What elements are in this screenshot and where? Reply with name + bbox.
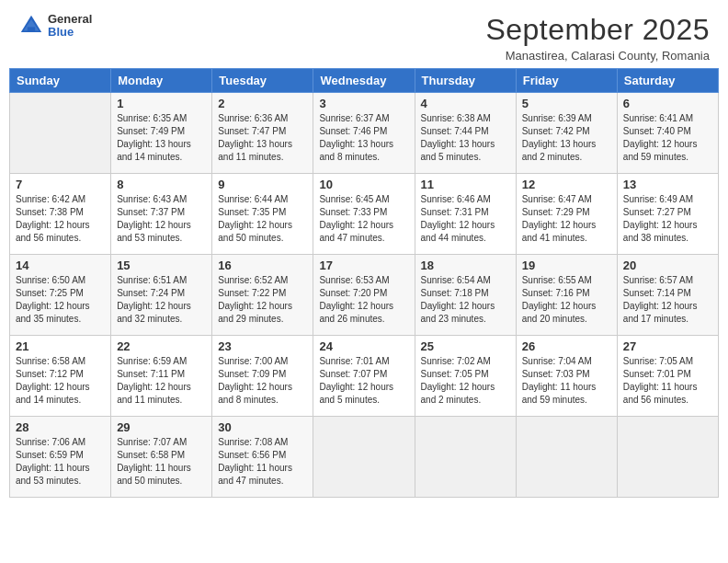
cell-info: Sunrise: 7:06 AM Sunset: 6:59 PM Dayligh… (16, 436, 105, 488)
cell-info: Sunrise: 7:04 AM Sunset: 7:03 PM Dayligh… (522, 355, 611, 407)
week-row-3: 14Sunrise: 6:50 AM Sunset: 7:25 PM Dayli… (10, 255, 719, 336)
month-title: September 2025 (485, 13, 710, 47)
calendar-header: SundayMondayTuesdayWednesdayThursdayFrid… (10, 69, 719, 93)
calendar-cell: 15Sunrise: 6:51 AM Sunset: 7:24 PM Dayli… (111, 255, 212, 336)
cell-info: Sunrise: 7:07 AM Sunset: 6:58 PM Dayligh… (117, 436, 206, 488)
cell-info: Sunrise: 6:49 AM Sunset: 7:27 PM Dayligh… (623, 193, 712, 245)
cell-info: Sunrise: 7:01 AM Sunset: 7:07 PM Dayligh… (319, 355, 408, 407)
header-day-monday: Monday (111, 69, 212, 93)
cell-info: Sunrise: 7:05 AM Sunset: 7:01 PM Dayligh… (623, 355, 712, 407)
cell-info: Sunrise: 6:55 AM Sunset: 7:16 PM Dayligh… (522, 274, 611, 326)
header-day-sunday: Sunday (10, 69, 111, 93)
cell-info: Sunrise: 6:47 AM Sunset: 7:29 PM Dayligh… (522, 193, 611, 245)
calendar-cell: 21Sunrise: 6:58 AM Sunset: 7:12 PM Dayli… (10, 336, 111, 417)
week-row-1: 1Sunrise: 6:35 AM Sunset: 7:49 PM Daylig… (10, 93, 719, 174)
week-row-4: 21Sunrise: 6:58 AM Sunset: 7:12 PM Dayli… (10, 336, 719, 417)
day-number: 23 (218, 339, 307, 353)
cell-info: Sunrise: 6:46 AM Sunset: 7:31 PM Dayligh… (421, 193, 510, 245)
calendar-cell: 4Sunrise: 6:38 AM Sunset: 7:44 PM Daylig… (415, 93, 516, 174)
cell-info: Sunrise: 7:00 AM Sunset: 7:09 PM Dayligh… (218, 355, 307, 407)
calendar-cell: 20Sunrise: 6:57 AM Sunset: 7:14 PM Dayli… (617, 255, 718, 336)
cell-info: Sunrise: 6:53 AM Sunset: 7:20 PM Dayligh… (319, 274, 408, 326)
calendar-cell: 26Sunrise: 7:04 AM Sunset: 7:03 PM Dayli… (516, 336, 617, 417)
day-number: 2 (218, 97, 307, 110)
cell-info: Sunrise: 6:41 AM Sunset: 7:40 PM Dayligh… (623, 112, 712, 164)
header-day-thursday: Thursday (415, 69, 516, 93)
day-number: 21 (16, 339, 105, 353)
day-number: 28 (16, 420, 105, 434)
day-number: 20 (623, 259, 712, 272)
cell-info: Sunrise: 6:57 AM Sunset: 7:14 PM Dayligh… (623, 274, 712, 326)
calendar-cell: 22Sunrise: 6:59 AM Sunset: 7:11 PM Dayli… (111, 336, 212, 417)
day-number: 12 (522, 178, 611, 191)
header-day-tuesday: Tuesday (212, 69, 313, 93)
day-number: 8 (117, 178, 206, 191)
cell-info: Sunrise: 6:42 AM Sunset: 7:38 PM Dayligh… (16, 193, 105, 245)
week-row-2: 7Sunrise: 6:42 AM Sunset: 7:38 PM Daylig… (10, 174, 719, 255)
cell-info: Sunrise: 7:02 AM Sunset: 7:05 PM Dayligh… (421, 355, 510, 407)
calendar-cell: 25Sunrise: 7:02 AM Sunset: 7:05 PM Dayli… (415, 336, 516, 417)
day-number: 6 (623, 97, 712, 110)
day-number: 30 (218, 420, 307, 434)
calendar-cell: 8Sunrise: 6:43 AM Sunset: 7:37 PM Daylig… (111, 174, 212, 255)
header-day-wednesday: Wednesday (313, 69, 415, 93)
calendar-cell: 5Sunrise: 6:39 AM Sunset: 7:42 PM Daylig… (516, 93, 617, 174)
title-block: September 2025 Manastirea, Calarasi Coun… (485, 13, 710, 63)
calendar-cell: 12Sunrise: 6:47 AM Sunset: 7:29 PM Dayli… (516, 174, 617, 255)
cell-info: Sunrise: 6:52 AM Sunset: 7:22 PM Dayligh… (218, 274, 307, 326)
logo-text: General Blue (48, 13, 92, 40)
calendar-cell: 13Sunrise: 6:49 AM Sunset: 7:27 PM Dayli… (617, 174, 718, 255)
day-number: 7 (16, 178, 105, 191)
cell-info: Sunrise: 6:50 AM Sunset: 7:25 PM Dayligh… (16, 274, 105, 326)
calendar-cell: 9Sunrise: 6:44 AM Sunset: 7:35 PM Daylig… (212, 174, 313, 255)
calendar-cell: 6Sunrise: 6:41 AM Sunset: 7:40 PM Daylig… (617, 93, 718, 174)
day-number: 15 (117, 259, 206, 272)
header-day-friday: Friday (516, 69, 617, 93)
calendar-cell: 16Sunrise: 6:52 AM Sunset: 7:22 PM Dayli… (212, 255, 313, 336)
calendar-cell (617, 417, 718, 498)
header: General Blue September 2025 Manastirea, … (0, 0, 728, 68)
calendar-body: 1Sunrise: 6:35 AM Sunset: 7:49 PM Daylig… (10, 93, 719, 498)
calendar-cell: 19Sunrise: 6:55 AM Sunset: 7:16 PM Dayli… (516, 255, 617, 336)
calendar-table: SundayMondayTuesdayWednesdayThursdayFrid… (9, 68, 719, 498)
day-number: 27 (623, 339, 712, 353)
calendar-cell: 3Sunrise: 6:37 AM Sunset: 7:46 PM Daylig… (313, 93, 415, 174)
day-number: 3 (319, 97, 408, 110)
cell-info: Sunrise: 6:54 AM Sunset: 7:18 PM Dayligh… (421, 274, 510, 326)
day-number: 25 (421, 339, 510, 353)
logo-blue-text: Blue (48, 26, 92, 39)
calendar-cell: 29Sunrise: 7:07 AM Sunset: 6:58 PM Dayli… (111, 417, 212, 498)
calendar-cell (516, 417, 617, 498)
calendar-cell: 2Sunrise: 6:36 AM Sunset: 7:47 PM Daylig… (212, 93, 313, 174)
logo-general-text: General (48, 13, 92, 26)
day-number: 17 (319, 259, 408, 272)
day-number: 24 (319, 339, 408, 353)
day-number: 16 (218, 259, 307, 272)
day-number: 11 (421, 178, 510, 191)
logo-icon (18, 13, 44, 39)
calendar-cell: 7Sunrise: 6:42 AM Sunset: 7:38 PM Daylig… (10, 174, 111, 255)
calendar-cell: 28Sunrise: 7:06 AM Sunset: 6:59 PM Dayli… (10, 417, 111, 498)
day-number: 4 (421, 97, 510, 110)
calendar-cell: 17Sunrise: 6:53 AM Sunset: 7:20 PM Dayli… (313, 255, 415, 336)
cell-info: Sunrise: 6:51 AM Sunset: 7:24 PM Dayligh… (117, 274, 206, 326)
header-day-saturday: Saturday (617, 69, 718, 93)
calendar-cell: 11Sunrise: 6:46 AM Sunset: 7:31 PM Dayli… (415, 174, 516, 255)
day-number: 1 (117, 97, 206, 110)
cell-info: Sunrise: 6:45 AM Sunset: 7:33 PM Dayligh… (319, 193, 408, 245)
logo: General Blue (18, 13, 92, 40)
cell-info: Sunrise: 6:44 AM Sunset: 7:35 PM Dayligh… (218, 193, 307, 245)
calendar-cell: 24Sunrise: 7:01 AM Sunset: 7:07 PM Dayli… (313, 336, 415, 417)
cell-info: Sunrise: 6:39 AM Sunset: 7:42 PM Dayligh… (522, 112, 611, 164)
day-number: 22 (117, 339, 206, 353)
cell-info: Sunrise: 6:38 AM Sunset: 7:44 PM Dayligh… (421, 112, 510, 164)
calendar-cell: 30Sunrise: 7:08 AM Sunset: 6:56 PM Dayli… (212, 417, 313, 498)
day-number: 29 (117, 420, 206, 434)
calendar-cell: 1Sunrise: 6:35 AM Sunset: 7:49 PM Daylig… (111, 93, 212, 174)
cell-info: Sunrise: 6:59 AM Sunset: 7:11 PM Dayligh… (117, 355, 206, 407)
day-number: 26 (522, 339, 611, 353)
day-number: 14 (16, 259, 105, 272)
cell-info: Sunrise: 7:08 AM Sunset: 6:56 PM Dayligh… (218, 436, 307, 488)
calendar-cell: 14Sunrise: 6:50 AM Sunset: 7:25 PM Dayli… (10, 255, 111, 336)
day-number: 13 (623, 178, 712, 191)
